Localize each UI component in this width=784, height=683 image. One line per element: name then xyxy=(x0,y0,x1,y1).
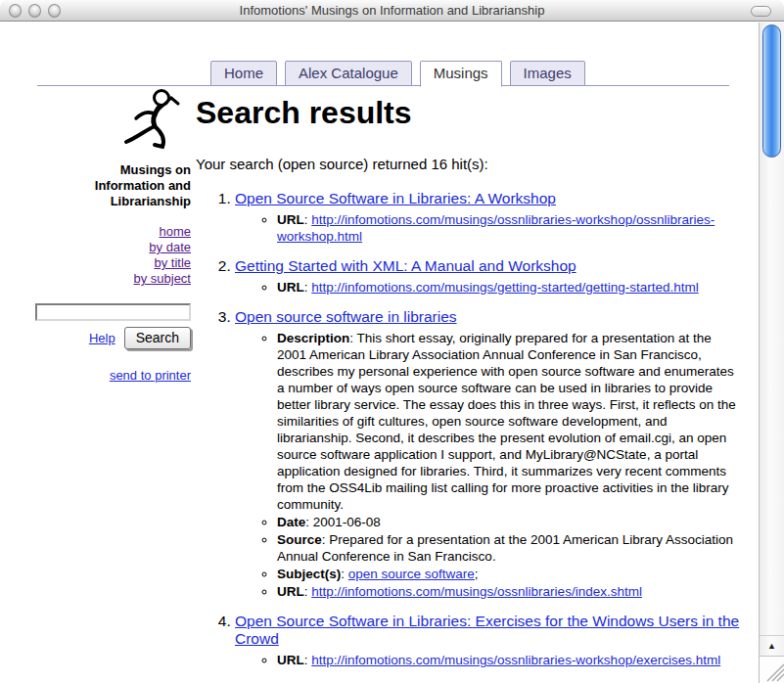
result-url-link[interactable]: http://infomotions.com/musings/ossnlibra… xyxy=(311,584,642,599)
scroll-up-arrow-icon[interactable]: ▲ xyxy=(760,635,784,656)
subject-link[interactable]: open source software xyxy=(348,567,475,581)
send-to-printer-link[interactable]: send to printer xyxy=(110,368,191,383)
site-name-line: Information and xyxy=(35,178,191,194)
detail-label: Date xyxy=(277,515,305,529)
result-details: URL: http://infomotions.com/musings/ossn… xyxy=(235,211,742,245)
result-url-link[interactable]: http://infomotions.com/musings/ossnlibra… xyxy=(311,653,720,667)
search-input[interactable] xyxy=(35,303,191,321)
search-button[interactable]: Search xyxy=(124,327,191,349)
result-details: Description: This short essay, originall… xyxy=(235,330,742,600)
result-url-link[interactable]: http://infomotions.com/musings/getting-s… xyxy=(311,280,698,295)
tab-bar: HomeAlex CatalogueMusingsImages xyxy=(210,61,585,87)
result-title-link[interactable]: Open Source Software in Libraries: Exerc… xyxy=(235,613,739,648)
result-item: Open source software in librariesDescrip… xyxy=(235,308,742,600)
result-title-link[interactable]: Open Source Software in Libraries: A Wor… xyxy=(235,190,556,206)
result-details: URL: http://infomotions.com/musings/ossn… xyxy=(235,652,742,668)
detail-label: URL xyxy=(277,212,304,227)
sidebar: Musings on Information and Librarianship… xyxy=(35,88,191,383)
detail-label: Subject(s) xyxy=(277,567,341,581)
sidebar-link-by-title[interactable]: by title xyxy=(35,255,191,271)
result-title-link[interactable]: Getting Started with XML: A Manual and W… xyxy=(235,257,576,274)
result-item: Getting Started with XML: A Manual and W… xyxy=(235,257,742,296)
sidebar-link-by-date[interactable]: by date xyxy=(35,240,191,255)
main-content: Search results Your search (open source)… xyxy=(196,96,742,683)
close-button[interactable] xyxy=(9,4,22,18)
detail-label: URL xyxy=(277,280,304,295)
result-item: Open Source Software in Libraries: Exerc… xyxy=(235,613,742,669)
result-detail: URL: http://infomotions.com/musings/ossn… xyxy=(277,211,742,245)
site-name-line: Librarianship xyxy=(35,194,191,209)
search-summary: Your search (open source) returned 16 hi… xyxy=(196,156,742,172)
result-details: URL: http://infomotions.com/musings/gett… xyxy=(235,279,742,296)
sidebar-link-by-subject[interactable]: by subject xyxy=(35,271,191,287)
tab-alex-catalogue[interactable]: Alex Catalogue xyxy=(285,61,412,86)
result-item: Open Source Software in Libraries: A Wor… xyxy=(235,190,742,245)
toolbar-toggle-button[interactable] xyxy=(751,6,771,17)
tab-musings[interactable]: Musings xyxy=(420,61,502,87)
site-name-line: Musings on xyxy=(35,162,191,178)
result-detail: URL: http://infomotions.com/musings/ossn… xyxy=(277,652,742,668)
result-title-link[interactable]: Open source software in libraries xyxy=(235,308,457,325)
sidebar-link-home[interactable]: home xyxy=(35,224,191,240)
scrollbar-thumb[interactable] xyxy=(762,24,781,158)
result-detail: Date: 2001-06-08 xyxy=(277,514,742,530)
site-logo-dancing-figure-icon[interactable] xyxy=(113,88,183,151)
detail-label: URL xyxy=(277,653,304,667)
window-titlebar: Infomotions' Musings on Information and … xyxy=(0,0,784,22)
detail-label: Source xyxy=(277,532,322,547)
result-detail: URL: http://infomotions.com/musings/gett… xyxy=(277,279,742,296)
sidebar-nav: homeby dateby titleby subject xyxy=(35,224,191,287)
site-name: Musings on Information and Librarianship xyxy=(35,162,191,209)
detail-label: Description xyxy=(277,331,349,345)
result-url-link[interactable]: http://infomotions.com/musings/ossnlibra… xyxy=(277,212,715,244)
vertical-scrollbar[interactable]: ▲ xyxy=(759,23,784,683)
tab-home[interactable]: Home xyxy=(210,61,277,86)
result-detail: Description: This short essay, originall… xyxy=(277,330,742,513)
window-controls xyxy=(9,4,61,18)
minimize-button[interactable] xyxy=(28,4,41,18)
page-title: Search results xyxy=(196,96,742,131)
zoom-button[interactable] xyxy=(48,4,61,18)
tab-images[interactable]: Images xyxy=(510,61,585,86)
detail-label: URL xyxy=(277,584,304,599)
help-link[interactable]: Help xyxy=(89,331,115,345)
window-title: Infomotions' Musings on Information and … xyxy=(0,0,784,21)
window-resize-grip[interactable] xyxy=(760,656,784,683)
result-detail: Source: Prepared for a presentation at t… xyxy=(277,531,742,565)
result-detail: URL: http://infomotions.com/musings/ossn… xyxy=(277,583,742,600)
results-list: Open Source Software in Libraries: A Wor… xyxy=(196,190,742,683)
result-detail: Subject(s): open source software; xyxy=(277,566,742,582)
